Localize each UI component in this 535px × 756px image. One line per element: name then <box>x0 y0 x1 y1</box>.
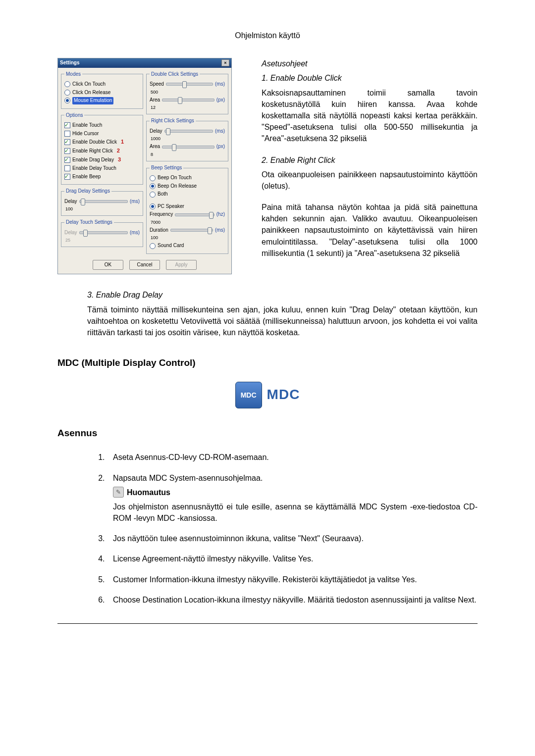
radio-icon <box>64 81 70 87</box>
label: Enable Touch <box>72 122 102 129</box>
mode-click-on-touch[interactable]: Click On Touch <box>64 81 140 88</box>
value: 500 <box>151 89 225 96</box>
checkbox-icon <box>64 165 70 171</box>
unit: (px) <box>216 143 225 151</box>
radio-icon <box>64 90 70 96</box>
value: 100 <box>151 235 225 241</box>
checkbox-icon <box>64 157 70 163</box>
install-step-4: License Agreement-näyttö ilmestyy näkyvi… <box>107 553 478 564</box>
label: Area <box>150 97 160 104</box>
checkbox-icon <box>64 139 70 145</box>
install-step-2: Napsauta MDC System-asennusohjelmaa. ✎ H… <box>107 472 478 524</box>
label: Beep On Touch <box>158 174 192 182</box>
rc-delay-slider[interactable] <box>164 130 213 133</box>
checkbox-icon <box>64 148 70 154</box>
beep-group: Beep Settings Beep On Touch Beep On Rele… <box>146 164 228 254</box>
label: Speed <box>150 81 164 88</box>
step2-text: Napsauta MDC System-asennusohjelmaa. <box>113 474 263 482</box>
ok-button[interactable]: OK <box>93 260 123 270</box>
option-enable-delay-touch[interactable]: Enable Delay Touch <box>64 165 140 172</box>
item3-body: Tämä toiminto näyttää millisekunteina se… <box>87 304 478 339</box>
dc-area-slider[interactable] <box>162 99 214 101</box>
footer-rule <box>57 623 478 624</box>
checkbox-icon <box>64 122 70 128</box>
label: Enable Beep <box>72 173 101 181</box>
right-click-group: Right Click Settings Delay (ms) 1000 Are… <box>146 117 228 161</box>
option-enable-beep[interactable]: Enable Beep <box>64 173 140 181</box>
install-step-1: Aseta Asennus-CD-levy CD-ROM-asemaan. <box>107 452 478 463</box>
note-body: Jos ohjelmiston asennusnäyttö ei tule es… <box>113 501 478 524</box>
value: 7000 <box>151 219 225 226</box>
note-icon: ✎ <box>113 487 124 498</box>
right-click-legend: Right Click Settings <box>150 117 196 125</box>
delay-touch-group: Delay Touch Settings Delay (ms) 25 <box>61 219 143 247</box>
item1-title: 1. Enable Double Click <box>262 72 478 84</box>
beep-on-touch[interactable]: Beep On Touch <box>150 174 225 182</box>
beep-on-release[interactable]: Beep On Release <box>150 183 225 190</box>
mdc-icon: MDC <box>235 382 262 408</box>
label: Hide Cursor <box>72 130 99 138</box>
beep-legend: Beep Settings <box>150 164 183 172</box>
beep-freq-slider[interactable] <box>175 213 214 216</box>
install-step-5: Customer Information-ikkuna ilmestyy näk… <box>107 574 478 585</box>
option-enable-double-click[interactable]: Enable Double Click 1 <box>64 138 140 146</box>
delay-touch-slider <box>79 231 128 234</box>
mdc-heading: MDC (Multiple Display Control) <box>57 356 478 370</box>
radio-icon <box>150 203 156 209</box>
unit: (ms) <box>215 227 225 234</box>
beep-pc-speaker[interactable]: PC Speaker <box>150 203 225 210</box>
page-header: Ohjelmiston käyttö <box>57 30 478 41</box>
unit: (ms) <box>215 128 225 135</box>
radio-icon <box>64 98 70 103</box>
beep-sound-card[interactable]: Sound Card <box>150 242 225 250</box>
label: Enable Double Click <box>72 139 117 146</box>
note-label: Huomautus <box>127 487 170 498</box>
mdc-logo-text: MDC <box>267 385 300 405</box>
value: 8 <box>151 151 225 158</box>
beep-dur-slider[interactable] <box>170 229 213 232</box>
option-enable-touch[interactable]: Enable Touch <box>64 122 140 129</box>
install-heading: Asennus <box>57 426 478 440</box>
double-click-group: Double Click Settings Speed (ms) 500 Are… <box>146 71 228 115</box>
modes-legend: Modes <box>64 71 82 78</box>
label: Delay <box>64 198 77 205</box>
label: Both <box>158 191 168 198</box>
item3-title: 3. Enable Drag Delay <box>87 289 478 301</box>
mode-click-on-release[interactable]: Click On Release <box>64 89 140 97</box>
label: Sound Card <box>158 242 184 250</box>
apply-button[interactable]: Apply <box>166 260 197 270</box>
label: Click On Release <box>72 89 110 97</box>
item2-body-b: Paina mitä tahansa näytön kohtaa ja pidä… <box>262 202 478 259</box>
dc-speed-slider[interactable] <box>166 83 213 86</box>
install-step-6: Choose Destination Location-ikkuna ilmes… <box>107 594 478 605</box>
label: Delay <box>64 229 77 237</box>
option-enable-drag-delay[interactable]: Enable Drag Delay 3 <box>64 156 140 164</box>
mdc-logo: MDC MDC <box>235 382 300 408</box>
checkbox-icon <box>64 174 70 180</box>
dialog-title: Settings <box>60 59 79 67</box>
option-hide-cursor[interactable]: Hide Cursor <box>64 130 140 138</box>
mode-mouse-emulation[interactable]: Mouse Emulation <box>64 97 140 104</box>
cancel-button[interactable]: Cancel <box>129 260 160 270</box>
delay-touch-legend: Delay Touch Settings <box>64 219 114 226</box>
label: Enable Delay Touch <box>72 165 116 172</box>
drag-delay-slider[interactable] <box>79 200 128 203</box>
options-legend: Options <box>64 112 84 119</box>
dialog-titlebar: Settings × <box>58 58 231 68</box>
radio-icon <box>150 175 156 181</box>
label: PC Speaker <box>158 203 184 210</box>
option-enable-right-click[interactable]: Enable Right Click 2 <box>64 147 140 155</box>
install-step-3: Jos näyttöön tulee asennustoiminnon ikku… <box>107 533 478 544</box>
close-icon[interactable]: × <box>221 59 229 66</box>
radio-icon <box>150 183 156 189</box>
checkbox-icon <box>64 131 70 137</box>
beep-both[interactable]: Both <box>150 191 225 198</box>
unit: (ms) <box>130 198 140 205</box>
instructions-heading: Asetusohjeet <box>262 58 478 69</box>
modes-group: Modes Click On Touch Click On Release <box>61 71 143 109</box>
callout-3: 3 <box>118 156 121 164</box>
value: 100 <box>65 206 140 212</box>
unit: (ms) <box>215 81 225 88</box>
settings-dialog: Settings × Modes Click On Touch <box>57 58 232 274</box>
rc-area-slider[interactable] <box>162 146 214 149</box>
